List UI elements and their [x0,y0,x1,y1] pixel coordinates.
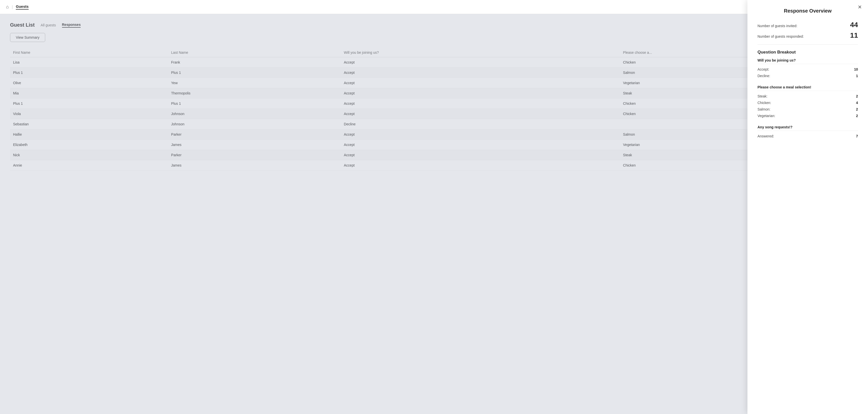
top-nav: ⌂ | Guests + Add event Stone Wedding [0,0,868,14]
question-section-1: Please choose a meal selection!Steak:2Ch… [757,85,858,119]
question-label-1: Please choose a meal selection! [757,85,858,91]
nav-separator: | [12,5,13,9]
breakdown-row: Salmon:2 [757,106,858,113]
question-breakout-title: Question Breakout [757,50,858,55]
panel-close-button[interactable]: ✕ [858,4,862,9]
breakdown-row: Accept:10 [757,66,858,72]
question-section-2: Any song requests!?Answered:7 [757,125,858,140]
breakdown-key: Steak: [757,94,768,98]
divider-1 [757,45,858,45]
nav-title: Guests [16,4,29,9]
breakdown-value: 10 [854,67,858,71]
stat-responded-label: Number of guests responded: [757,34,804,38]
breakdown-value: 7 [856,134,858,138]
breakdown-key: Accept: [757,67,769,71]
breakdown-row: Chicken:4 [757,99,858,106]
stat-invited-label: Number of guests invited: [757,24,798,28]
breakdown-row: Answered:7 [757,133,858,140]
breakdown-row: Decline:1 [757,72,858,79]
breakdown-key: Vegetarian: [757,114,775,118]
breakdown-key: Decline: [757,74,770,78]
breakdown-value: 1 [856,74,858,78]
stat-responded-row: Number of guests responded: 11 [757,31,858,39]
stat-invited-value: 44 [850,21,858,29]
breakdown-value: 2 [856,94,858,98]
panel-title: Response Overview [757,8,858,14]
stat-responded-value: 11 [850,31,858,39]
question-label-0: Will you be joining us? [757,58,858,64]
breakdown-value: 4 [856,101,858,105]
response-panel: ✕ Response Overview Number of guests inv… [747,0,868,414]
question-label-2: Any song requests!? [757,125,858,131]
question-section-0: Will you be joining us?Accept:10Decline:… [757,58,858,79]
breakdown-key: Answered: [757,134,774,138]
stat-invited-row: Number of guests invited: 44 [757,21,858,29]
home-icon[interactable]: ⌂ [6,4,9,9]
breakdown-row: Steak:2 [757,93,858,99]
overlay-backdrop [0,14,868,414]
breakdown-value: 2 [856,114,858,118]
breakdown-key: Salmon: [757,107,770,111]
questions-container: Will you be joining us?Accept:10Decline:… [757,58,858,140]
breakdown-key: Chicken: [757,101,771,105]
breakdown-row: Vegetarian:2 [757,113,858,119]
breakdown-value: 2 [856,107,858,111]
